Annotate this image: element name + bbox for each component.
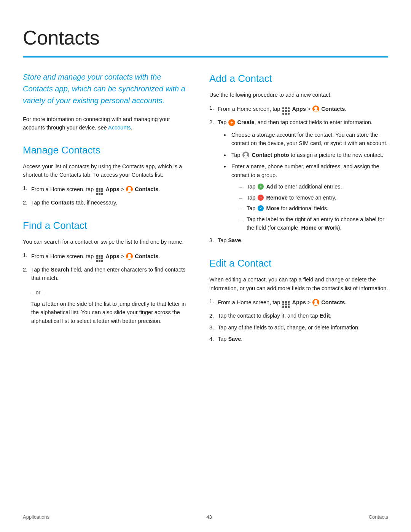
- bullet-name: Enter a name, phone number, email addres…: [224, 162, 388, 232]
- edit-step-4: 4. Tap Save.: [209, 335, 388, 343]
- edit-contact-para: When editing a contact, you can tap a fi…: [209, 275, 388, 292]
- manage-step-2: 2. Tap the Contacts tab, if necessary.: [23, 198, 190, 207]
- dash-label: Tap the label to the right of an entry t…: [239, 215, 388, 232]
- edit-step-3: 3. Tap any of the fields to add, change,…: [209, 323, 388, 332]
- left-column: Store and manage your contacts with the …: [23, 71, 190, 355]
- dash-add: Tap + Add to enter additional entries.: [239, 182, 388, 191]
- more-icon: ✓: [258, 205, 264, 211]
- footer-center: 43: [206, 513, 212, 521]
- page: Contacts Store and manage your contacts …: [0, 0, 411, 532]
- add-icon: +: [258, 184, 264, 190]
- accounts-link[interactable]: Accounts: [108, 125, 131, 131]
- add-step-3: 3. Tap Save.: [209, 236, 388, 244]
- add-contact-section: Add a Contact Use the following procedur…: [209, 71, 388, 244]
- manage-contacts-heading: Manage Contacts: [23, 143, 190, 158]
- contacts-icon-3: [312, 105, 319, 112]
- manage-contacts-section: Manage Contacts Access your list of cont…: [23, 143, 190, 207]
- edit-contact-steps: 1. From a Home screen, tap Apps > Contac…: [209, 297, 388, 343]
- add-step-2: 2. Tap + Create, and then tap contact fi…: [209, 118, 388, 232]
- apps-icon-3: [282, 103, 290, 115]
- contacts-icon: [126, 186, 133, 193]
- right-column: Add a Contact Use the following procedur…: [209, 71, 388, 355]
- apps-icon-4: [282, 297, 290, 308]
- edit-step-1: 1. From a Home screen, tap Apps > Contac…: [209, 297, 388, 308]
- add-contact-para: Use the following procedure to add a new…: [209, 91, 388, 99]
- contacts-icon-2: [126, 253, 133, 260]
- page-title: Contacts: [23, 23, 388, 53]
- content-area: Store and manage your contacts with the …: [23, 71, 388, 355]
- find-contact-section: Find a Contact You can search for a cont…: [23, 218, 190, 325]
- dash-remove: Tap – Remove to remove an entry.: [239, 193, 388, 202]
- dash-more: Tap ✓ More for additional fields.: [239, 204, 388, 212]
- manage-contacts-para: Access your list of contacts by using th…: [23, 162, 190, 179]
- bullet-storage: Choose a storage account for the contact…: [224, 131, 388, 148]
- edit-contact-section: Edit a Contact When editing a contact, y…: [209, 256, 388, 343]
- apps-icon: [96, 184, 103, 195]
- find-contact-para: You can search for a contact or swipe th…: [23, 238, 190, 246]
- add-bullet-list: Choose a storage account for the contact…: [224, 131, 388, 232]
- add-contact-heading: Add a Contact: [209, 71, 388, 86]
- page-footer: Applications 43 Contacts: [23, 513, 388, 521]
- or-text: – or –: [31, 289, 190, 297]
- find-contact-heading: Find a Contact: [23, 218, 190, 233]
- contact-photo-icon: [242, 152, 249, 158]
- create-icon: +: [228, 119, 235, 126]
- find-step-1: 1. From a Home screen, tap Apps > Contac…: [23, 251, 190, 262]
- add-step-1: 1. From a Home screen, tap Apps > Contac…: [209, 104, 388, 115]
- manage-step-1: 1. From a Home screen, tap Apps > Contac…: [23, 184, 190, 195]
- find-contact-steps: 1. From a Home screen, tap Apps > Contac…: [23, 251, 190, 283]
- manage-contacts-steps: 1. From a Home screen, tap Apps > Contac…: [23, 184, 190, 207]
- edit-step-2: 2. Tap the contact to display it, and th…: [209, 312, 388, 320]
- contacts-icon-4: [312, 299, 319, 306]
- footer-right: Contacts: [369, 513, 388, 521]
- dash-list: Tap + Add to enter additional entries. T…: [239, 182, 388, 232]
- edit-contact-heading: Edit a Contact: [209, 256, 388, 271]
- apps-icon-2: [96, 251, 103, 262]
- intro-italic: Store and manage your contacts with the …: [23, 71, 190, 107]
- add-contact-steps: 1. From a Home screen, tap Apps > Contac…: [209, 104, 388, 244]
- footer-left: Applications: [23, 513, 49, 521]
- intro-para: For more information on connecting with …: [23, 115, 190, 132]
- find-step-2: 2. Tap the Search field, and then enter …: [23, 265, 190, 283]
- bullet-photo: Tap Contact photo to assign a picture to…: [224, 151, 388, 159]
- find-or-description: Tap a letter on the side of the list to …: [23, 300, 190, 325]
- remove-icon: –: [258, 195, 264, 201]
- title-rule: [23, 56, 388, 58]
